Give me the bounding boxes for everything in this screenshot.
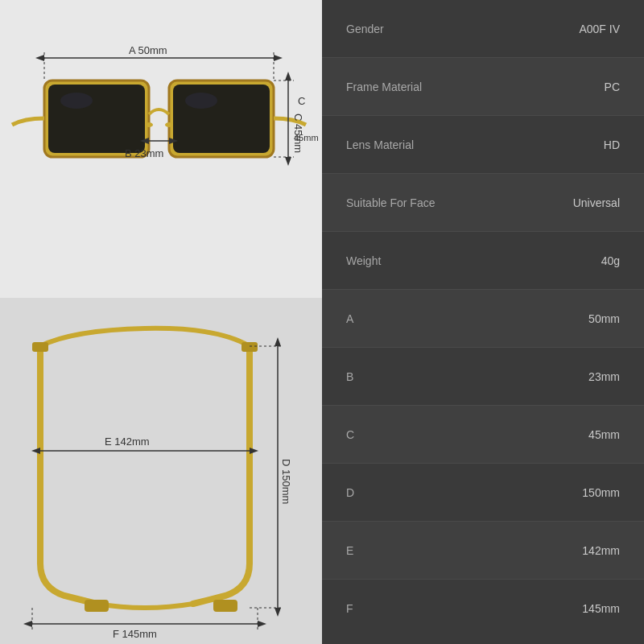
svg-text:F  145mm: F 145mm [113, 628, 157, 640]
spec-row: Lens MaterialHD [322, 116, 644, 174]
spec-row: GenderA00F IV [322, 0, 644, 58]
diagram-top: A 50mm B 23mm C 45mm C 45mm [0, 0, 322, 298]
svg-marker-38 [250, 448, 258, 454]
svg-marker-10 [274, 55, 283, 61]
svg-rect-2 [48, 85, 145, 153]
svg-marker-41 [23, 621, 32, 627]
spec-value: 150mm [582, 486, 620, 499]
svg-rect-1 [169, 80, 274, 157]
svg-rect-3 [173, 85, 270, 153]
diagram-bottom: D 150mm E 142mm F 145mm [0, 298, 322, 644]
svg-marker-20 [285, 157, 291, 166]
spec-row: F145mm [322, 580, 644, 638]
spec-row: E142mm [322, 522, 644, 580]
svg-text:A  50mm: A 50mm [129, 44, 167, 56]
spec-label: Suitable For Face [346, 196, 436, 209]
svg-text:E  142mm: E 142mm [105, 436, 150, 448]
spec-label: Frame Material [346, 80, 422, 93]
svg-marker-15 [140, 138, 149, 144]
svg-text:B  23mm: B 23mm [125, 147, 163, 159]
spec-value: 50mm [588, 312, 620, 325]
spec-value: 40g [601, 254, 620, 267]
spec-row: Frame MaterialPC [322, 58, 644, 116]
svg-text:C: C [298, 95, 305, 107]
spec-row: Weight40g [322, 232, 644, 290]
svg-marker-32 [275, 608, 281, 617]
svg-marker-9 [35, 55, 44, 61]
spec-value: PC [605, 80, 620, 93]
svg-marker-16 [169, 138, 178, 144]
spec-row: C45mm [322, 406, 644, 464]
spec-label: Lens Material [346, 138, 414, 151]
spec-label: F [346, 602, 353, 615]
svg-marker-19 [285, 72, 291, 80]
left-panel: A 50mm B 23mm C 45mm C 45mm [0, 0, 322, 644]
spec-label: Gender [346, 23, 384, 35]
spec-label: Weight [346, 254, 381, 267]
spec-value: 142mm [582, 544, 620, 557]
svg-marker-31 [275, 337, 281, 346]
right-panel: GenderA00F IVFrame MaterialPCLens Materi… [322, 0, 644, 644]
spec-row: B23mm [322, 348, 644, 406]
svg-text:45mm: 45mm [294, 133, 319, 142]
spec-label: D [346, 486, 354, 499]
spec-label: B [346, 370, 353, 383]
svg-marker-37 [31, 448, 40, 454]
spec-value: A00F IV [579, 23, 620, 35]
spec-value: HD [604, 138, 620, 151]
spec-row: A50mm [322, 290, 644, 348]
svg-marker-42 [258, 621, 266, 627]
spec-value: 23mm [588, 370, 620, 383]
svg-point-7 [165, 122, 173, 127]
svg-rect-27 [242, 342, 258, 352]
spec-value: 45mm [588, 428, 620, 441]
svg-text:D  150mm: D 150mm [280, 459, 292, 504]
svg-point-4 [60, 93, 93, 109]
svg-point-5 [185, 93, 217, 109]
spec-label: C [346, 428, 354, 441]
svg-rect-26 [32, 342, 48, 352]
spec-row: D150mm [322, 464, 644, 522]
spec-label: E [346, 544, 353, 557]
svg-text:C  45mm: C 45mm [292, 114, 304, 153]
spec-label: A [346, 312, 353, 325]
svg-point-6 [145, 122, 153, 127]
spec-row: Suitable For FaceUniversal [322, 174, 644, 232]
spec-value: 145mm [582, 602, 620, 615]
spec-value: Universal [573, 196, 620, 209]
svg-rect-0 [44, 80, 149, 157]
svg-rect-29 [213, 600, 237, 612]
svg-rect-28 [85, 600, 109, 612]
